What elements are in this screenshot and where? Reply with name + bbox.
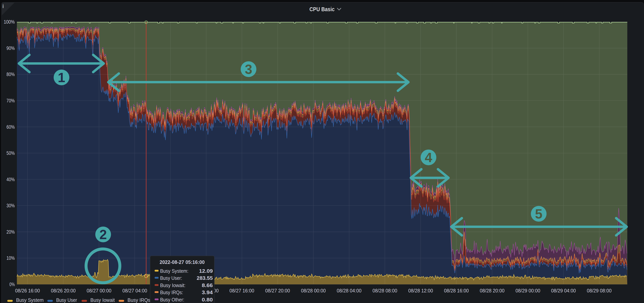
svg-text:08/27 20:00: 08/27 20:00 (265, 288, 290, 294)
svg-text:2: 2 (100, 227, 107, 242)
svg-text:Busy Other:: Busy Other: (160, 297, 184, 302)
svg-text:08/29 00:00: 08/29 00:00 (516, 288, 540, 294)
svg-text:Busy System:: Busy System: (160, 268, 188, 274)
svg-text:80%: 80% (6, 71, 15, 77)
svg-text:08/28 16:00: 08/28 16:00 (444, 288, 469, 294)
svg-text:08/26 20:00: 08/26 20:00 (51, 288, 76, 294)
svg-text:1: 1 (58, 70, 65, 85)
svg-text:4: 4 (425, 150, 432, 165)
svg-text:Busy Iowait:: Busy Iowait: (160, 282, 186, 288)
svg-text:08/29 04:00: 08/29 04:00 (551, 288, 576, 294)
svg-text:08/27 00:00: 08/27 00:00 (87, 288, 112, 294)
svg-text:30%: 30% (6, 202, 15, 208)
svg-text:5: 5 (535, 206, 542, 221)
svg-text:10%: 10% (6, 255, 15, 261)
svg-text:Busy Iowait: Busy Iowait (90, 297, 115, 303)
svg-text:0.80: 0.80 (202, 297, 213, 302)
svg-text:Busy System: Busy System (16, 297, 44, 303)
svg-text:0%: 0% (10, 282, 15, 287)
svg-text:08/28 04:00: 08/28 04:00 (337, 288, 362, 294)
svg-text:i: i (2, 3, 4, 9)
svg-text:50%: 50% (6, 150, 15, 156)
svg-text:08/27 04:00: 08/27 04:00 (122, 288, 147, 294)
svg-text:Busy User: Busy User (56, 297, 77, 303)
svg-text:2022-08-27 05:16:00: 2022-08-27 05:16:00 (160, 260, 205, 265)
svg-text:60%: 60% (6, 124, 15, 130)
svg-text:08/28 12:00: 08/28 12:00 (408, 288, 433, 294)
svg-text:Busy IRQs: Busy IRQs (128, 297, 150, 303)
svg-text:70%: 70% (6, 98, 15, 104)
svg-text:08/29 08:00: 08/29 08:00 (587, 288, 612, 294)
svg-text:08/28 20:00: 08/28 20:00 (480, 288, 504, 294)
svg-text:08/27 16:00: 08/27 16:00 (230, 288, 254, 294)
svg-text:Busy User:: Busy User: (160, 275, 182, 281)
svg-text:3.94: 3.94 (202, 290, 213, 295)
svg-text:08/28 08:00: 08/28 08:00 (372, 288, 397, 294)
svg-text:CPU Basic: CPU Basic (310, 6, 334, 12)
svg-text:100%: 100% (4, 19, 15, 25)
svg-text:08/28 00:00: 08/28 00:00 (301, 288, 326, 294)
svg-text:Busy IRQs:: Busy IRQs: (160, 290, 183, 295)
svg-text:90%: 90% (6, 45, 15, 51)
svg-text:3: 3 (245, 62, 252, 77)
svg-text:12.09: 12.09 (199, 268, 213, 274)
svg-text:8.66: 8.66 (202, 282, 213, 288)
svg-text:20%: 20% (6, 229, 15, 235)
svg-text:283.55: 283.55 (197, 275, 213, 281)
svg-text:08/26 16:00: 08/26 16:00 (15, 288, 40, 294)
svg-text:40%: 40% (6, 176, 15, 182)
